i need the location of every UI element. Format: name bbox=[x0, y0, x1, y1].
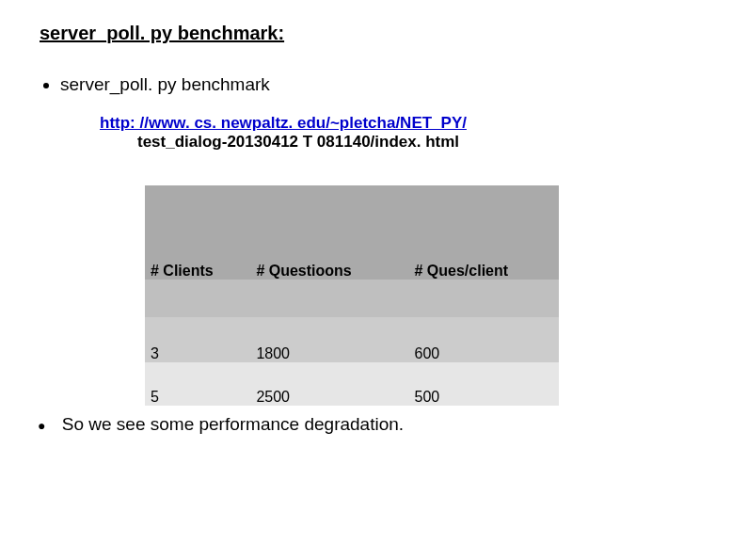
table-row: 3 1800 600 bbox=[145, 317, 559, 362]
bullet-dot-icon: ● bbox=[38, 418, 45, 433]
bullet-degradation-text: So we see some performance degradation. bbox=[62, 414, 404, 434]
table-header-ques-per-client: # Ques/client bbox=[408, 185, 559, 280]
table-header-questions: # Questioons bbox=[250, 185, 408, 280]
cell-questions: 1800 bbox=[250, 317, 408, 362]
bullet-degradation: ● So we see some performance degradation… bbox=[38, 414, 404, 435]
slide-title: server_poll. py benchmark: bbox=[40, 23, 707, 44]
bullet-benchmark: server_poll. py benchmark bbox=[60, 74, 707, 95]
table-header-clients: # Clients bbox=[145, 185, 250, 280]
table-row bbox=[145, 280, 559, 317]
table-row: 5 2500 500 bbox=[145, 362, 559, 406]
benchmark-url-suffix: test_dialog-20130412 T 081140/index. htm… bbox=[137, 133, 459, 151]
cell-ques-per-client: 600 bbox=[408, 317, 559, 362]
cell-clients: 5 bbox=[145, 362, 250, 406]
bullet-benchmark-text: server_poll. py benchmark bbox=[60, 74, 270, 94]
benchmark-table: # Clients # Questioons # Ques/client 3 1… bbox=[145, 185, 559, 406]
cell-ques-per-client: 500 bbox=[408, 362, 559, 406]
cell-clients: 3 bbox=[145, 317, 250, 362]
benchmark-url-link[interactable]: http: //www. cs. newpaltz. edu/~pletcha/… bbox=[100, 114, 467, 132]
cell-questions: 2500 bbox=[250, 362, 408, 406]
